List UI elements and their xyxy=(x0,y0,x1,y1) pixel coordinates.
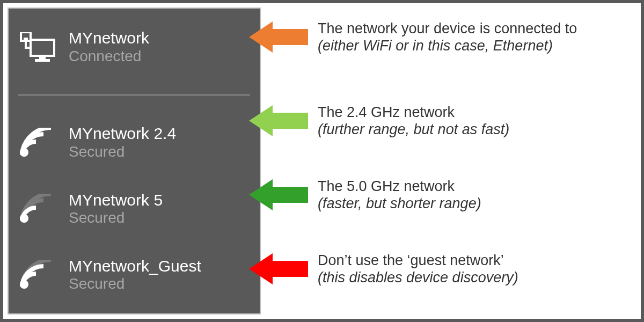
annotation-sub: (this disables device discovery) xyxy=(318,269,518,286)
annotation-text: The 2.4 GHz network (further range, but … xyxy=(318,104,509,138)
network-status: Secured xyxy=(69,143,176,160)
svg-rect-4 xyxy=(35,59,50,62)
network-item-text: MYnetwork 5 Secured xyxy=(69,191,163,227)
annotation-sub: (further range, but not as fast) xyxy=(318,121,509,138)
annotation-main: The 2.4 GHz network xyxy=(318,104,509,121)
annotation-column: The network your device is connected to … xyxy=(265,3,641,319)
network-item-wifi-5[interactable]: MYnetwork 5 Secured xyxy=(18,188,250,230)
divider xyxy=(18,94,250,96)
annotation-main: The 5.0 GHz network xyxy=(318,178,481,195)
svg-rect-1 xyxy=(24,38,28,41)
annotation-main: Don’t use the ‘guest network’ xyxy=(318,252,518,269)
network-status: Secured xyxy=(69,209,163,226)
svg-marker-9 xyxy=(249,105,308,136)
svg-point-7 xyxy=(20,280,28,289)
network-item-connected[interactable]: MYnetwork Connected xyxy=(18,26,250,68)
svg-marker-10 xyxy=(249,179,308,210)
svg-point-5 xyxy=(20,148,28,157)
network-item-text: MYnetwork_Guest Secured xyxy=(69,257,201,293)
annotation-2-4ghz: The 2.4 GHz network (further range, but … xyxy=(249,103,509,138)
diagram-canvas: MYnetwork Connected xyxy=(0,0,644,322)
network-item-text: MYnetwork 2.4 Secured xyxy=(69,125,176,160)
annotation-main: The network your device is connected to xyxy=(318,20,577,37)
svg-marker-11 xyxy=(249,253,308,284)
arrow-left-icon xyxy=(249,177,308,213)
annotation-connected: The network your device is connected to … xyxy=(249,19,577,55)
svg-rect-3 xyxy=(39,56,46,59)
arrow-left-icon xyxy=(249,19,308,55)
network-status: Secured xyxy=(69,275,201,292)
annotation-text: Don’t use the ‘guest network’ (this disa… xyxy=(318,252,518,287)
network-name: MYnetwork xyxy=(69,29,149,48)
annotation-guest: Don’t use the ‘guest network’ (this disa… xyxy=(249,251,518,287)
ethernet-icon xyxy=(18,30,57,64)
network-status: Connected xyxy=(69,48,149,65)
wifi-icon xyxy=(18,258,57,292)
wifi-icon xyxy=(18,126,57,160)
network-name: MYnetwork 5 xyxy=(69,191,163,210)
network-name: MYnetwork 2.4 xyxy=(69,125,176,143)
annotation-text: The network your device is connected to … xyxy=(318,20,577,55)
arrow-left-icon xyxy=(249,103,308,138)
svg-rect-2 xyxy=(31,40,54,56)
network-list-panel: MYnetwork Connected xyxy=(8,8,261,314)
network-name: MYnetwork_Guest xyxy=(69,257,201,276)
wifi-icon xyxy=(18,192,57,226)
svg-point-6 xyxy=(20,214,28,223)
annotation-sub: (faster, but shorter range) xyxy=(318,195,481,212)
svg-marker-8 xyxy=(249,21,308,53)
annotation-sub: (either WiFi or in this case, Ethernet) xyxy=(318,37,577,54)
annotation-text: The 5.0 GHz network (faster, but shorter… xyxy=(318,178,481,213)
network-item-wifi-2-4[interactable]: MYnetwork 2.4 Secured xyxy=(18,121,250,164)
annotation-5ghz: The 5.0 GHz network (faster, but shorter… xyxy=(249,177,481,213)
arrow-left-icon xyxy=(249,251,308,287)
left-column: MYnetwork Connected xyxy=(3,3,265,319)
network-item-text: MYnetwork Connected xyxy=(69,29,149,65)
network-item-wifi-guest[interactable]: MYnetwork_Guest Secured xyxy=(18,254,250,296)
